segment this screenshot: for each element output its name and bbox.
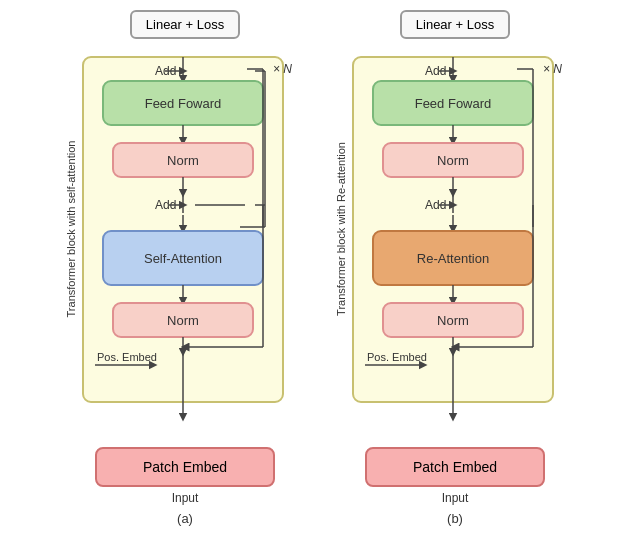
outer-label-b: Transformer block with Re-attention (335, 142, 347, 316)
ff-label-a: Feed Foward (145, 96, 222, 111)
linear-loss-box-a: Linear + Loss (130, 10, 240, 39)
norm-bot-label-a: Norm (167, 313, 199, 328)
diagram-b: Linear + Loss × N Transformer block with… (335, 32, 575, 526)
patch-embed-box-a: Patch Embed (95, 447, 275, 487)
input-label-a: Input (172, 491, 199, 505)
diagram-a-svg: × N Transformer block with self-attentio… (65, 57, 305, 457)
diagrams-container: Linear + Loss × N Transformer block with… (45, 22, 595, 536)
pos-embed-b: Pos. Embed (367, 351, 427, 363)
norm-bot-b: Norm (437, 313, 469, 328)
input-label-b: Input (442, 491, 469, 505)
linear-loss-box-b: Linear + Loss (400, 10, 510, 39)
patch-embed-box-b: Patch Embed (365, 447, 545, 487)
sa-label-a: Self-Attention (144, 251, 222, 266)
norm-top-label-a: Norm (167, 153, 199, 168)
times-n-a: × N (273, 62, 292, 76)
caption-b: (b) (447, 511, 463, 526)
outer-label-a: Transformer block with self-attention (65, 141, 77, 318)
caption-a: (a) (177, 511, 193, 526)
pos-embed-label-a: Pos. Embed (97, 351, 157, 363)
times-n-b: × N (543, 62, 562, 76)
ff-label-b: Feed Foward (415, 96, 492, 111)
diagram-a: Linear + Loss × N Transformer block with… (65, 32, 305, 526)
ra-label-b: Re-Attention (417, 251, 489, 266)
norm-top-b: Norm (437, 153, 469, 168)
diagram-b-svg: × N Transformer block with Re-attention … (335, 57, 575, 457)
